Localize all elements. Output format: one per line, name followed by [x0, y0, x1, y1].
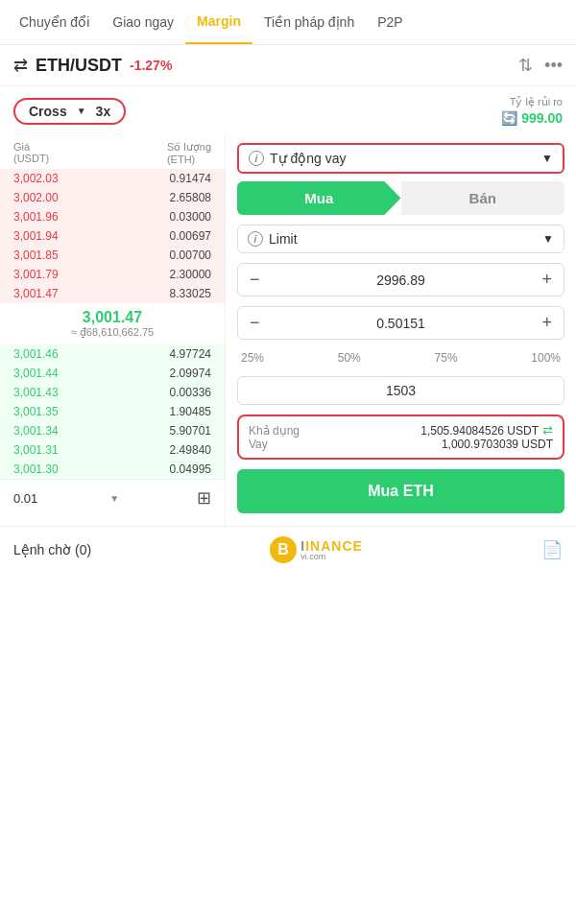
ob-qty-header: Số lượng(ETH) [167, 141, 211, 165]
risk-icon: 🔄 [501, 110, 517, 126]
ob-ask-row[interactable]: 3,002.03 0.91474 [0, 169, 225, 188]
binance-text: IINANCE vi.com [300, 539, 363, 561]
avail-amount: 1,505.94084526 USDT [420, 424, 539, 438]
grid-layout-icon[interactable]: ⊞ [197, 487, 211, 509]
header-icons: ⇅ ••• [518, 55, 563, 76]
ask-price: 3,002.03 [13, 172, 59, 185]
orders-section: Lệnh chờ (0) [13, 542, 91, 557]
ob-bid-row[interactable]: 3,001.30 0.04995 [0, 460, 225, 479]
nav-item-giao-ngay[interactable]: Giao ngay [101, 1, 185, 43]
risk-value-row: 🔄 999.00 [501, 110, 563, 126]
ob-ask-row[interactable]: 3,001.47 8.33025 [0, 284, 225, 303]
ob-bid-row[interactable]: 3,001.44 2.09974 [0, 364, 225, 383]
buy-sell-tabs: Mua Bán [237, 181, 564, 215]
order-type-label: Limit [269, 231, 298, 247]
qty-input-row: − 0.50151 + [237, 306, 564, 340]
total-input[interactable]: 1503 [248, 383, 554, 398]
binance-logo: B IINANCE vi.com [270, 536, 363, 563]
ob-bid-row[interactable]: 3,001.34 5.90701 [0, 421, 225, 440]
pct-75-button[interactable]: 75% [431, 349, 462, 367]
ask-qty: 2.30000 [170, 268, 211, 281]
ob-bid-row[interactable]: 3,001.46 4.97724 [0, 344, 225, 364]
ob-ask-row[interactable]: 3,001.85 0.00700 [0, 246, 225, 265]
swap-pair-icon: ⇄ [13, 55, 28, 76]
ob-bid-row[interactable]: 3,001.35 1.90485 [0, 402, 225, 421]
pct-25-button[interactable]: 25% [237, 349, 268, 367]
tick-size[interactable]: 0.01 [13, 491, 37, 506]
ob-ask-row[interactable]: 3,001.96 0.03000 [0, 207, 225, 226]
ask-qty: 2.65808 [170, 191, 211, 204]
pct-50-button[interactable]: 50% [334, 349, 365, 367]
loan-value: 1,000.9703039 USDT [442, 438, 553, 451]
bid-price: 3,001.30 [13, 462, 59, 476]
bid-qty: 0.04995 [170, 462, 211, 476]
pair-name[interactable]: ETH/USDT [36, 56, 122, 76]
ask-qty: 0.00697 [170, 229, 211, 243]
ask-qty: 0.00700 [170, 249, 211, 262]
ob-bid-row[interactable]: 3,001.43 0.00336 [0, 383, 225, 402]
tick-dropdown-arrow[interactable]: ▼ [109, 493, 119, 504]
ask-price: 3,001.96 [13, 210, 59, 224]
document-icon[interactable]: 📄 [541, 539, 563, 560]
ob-price-header: Giá(USDT) [13, 141, 49, 165]
nav-item-margin[interactable]: Margin [185, 0, 252, 44]
tab-sell[interactable]: Bán [401, 181, 565, 215]
bid-price: 3,001.43 [13, 386, 59, 399]
bid-price: 3,001.31 [13, 443, 59, 457]
buy-eth-button[interactable]: Mua ETH [237, 469, 564, 513]
order-type-info-icon[interactable]: i [248, 231, 263, 247]
bid-price: 3,001.46 [13, 347, 59, 361]
orderbook-column: Giá(USDT) Số lượng(ETH) 3,002.03 0.91474… [0, 135, 226, 526]
orders-label[interactable]: Lệnh chờ [13, 542, 71, 557]
bid-qty: 2.49840 [170, 443, 211, 457]
ask-qty: 0.91474 [170, 172, 211, 185]
footer-row: Lệnh chờ (0) B IINANCE vi.com 📄 [0, 526, 576, 573]
leverage-type: Cross [29, 104, 67, 119]
nav-item-tien-phap-dinh[interactable]: Tiền pháp định [252, 1, 366, 43]
tab-buy[interactable]: Mua [237, 181, 401, 215]
total-row: 1503 [237, 376, 564, 405]
avail-row: Khả dụng 1,505.94084526 USDT ⇄ [249, 423, 553, 438]
ob-bid-row[interactable]: 3,001.31 2.49840 [0, 440, 225, 460]
nav-item-chuyen-doi[interactable]: Chuyển đổi [8, 1, 101, 43]
ob-ask-row[interactable]: 3,001.79 2.30000 [0, 265, 225, 284]
price-input[interactable]: 2996.89 [264, 272, 539, 288]
bid-qty: 1.90485 [170, 405, 211, 418]
leverage-row: Cross ▼ 3x Tỷ lệ rủi ro 🔄 999.00 [0, 86, 576, 135]
binance-label: IINANCE [300, 539, 363, 553]
auto-loan-label: Tự động vay [270, 151, 346, 166]
order-type-arrow: ▼ [542, 232, 554, 246]
avail-value: 1,505.94084526 USDT ⇄ [420, 423, 553, 438]
pct-100-button[interactable]: 100% [527, 349, 564, 367]
bid-price: 3,001.35 [13, 405, 59, 418]
price-input-row: − 2996.89 + [237, 263, 564, 296]
header-row: ⇄ ETH/USDT -1.27% ⇅ ••• [0, 45, 576, 86]
ob-ask-row[interactable]: 3,001.94 0.00697 [0, 226, 225, 246]
mid-price-vnd: ≈ ₫68,610,662.75 [13, 326, 211, 339]
ask-qty: 0.03000 [170, 210, 211, 224]
chart-settings-icon[interactable]: ⇅ [518, 55, 533, 76]
ask-price: 3,001.47 [13, 287, 59, 300]
auto-loan-arrow: ▼ [541, 152, 553, 165]
auto-loan-dropdown[interactable]: i Tự động vay ▼ [237, 143, 564, 174]
qty-increment-button[interactable]: + [538, 313, 556, 333]
qty-decrement-button[interactable]: − [246, 313, 264, 333]
binance-icon: B [270, 536, 297, 563]
price-increment-button[interactable]: + [538, 270, 556, 290]
bid-qty: 5.90701 [170, 424, 211, 438]
orders-count: (0) [75, 542, 91, 557]
leverage-selector[interactable]: Cross ▼ 3x [13, 98, 126, 125]
qty-input[interactable]: 0.50151 [264, 316, 539, 331]
ob-ask-row[interactable]: 3,002.00 2.65808 [0, 188, 225, 207]
order-type-selector[interactable]: i Limit ▼ [237, 225, 564, 253]
price-decrement-button[interactable]: − [246, 270, 264, 290]
top-nav: Chuyển đổi Giao ngay Margin Tiền pháp đị… [0, 0, 576, 45]
ask-price: 3,001.85 [13, 249, 59, 262]
main-body: Giá(USDT) Số lượng(ETH) 3,002.03 0.91474… [0, 135, 576, 526]
nav-item-p2p[interactable]: P2P [366, 1, 414, 43]
avail-loan-box: Khả dụng 1,505.94084526 USDT ⇄ Vay 1,000… [237, 415, 564, 460]
avail-swap-icon[interactable]: ⇄ [542, 423, 553, 438]
more-options-icon[interactable]: ••• [544, 56, 563, 76]
ask-qty: 8.33025 [170, 287, 211, 300]
auto-loan-info-icon[interactable]: i [249, 151, 264, 166]
